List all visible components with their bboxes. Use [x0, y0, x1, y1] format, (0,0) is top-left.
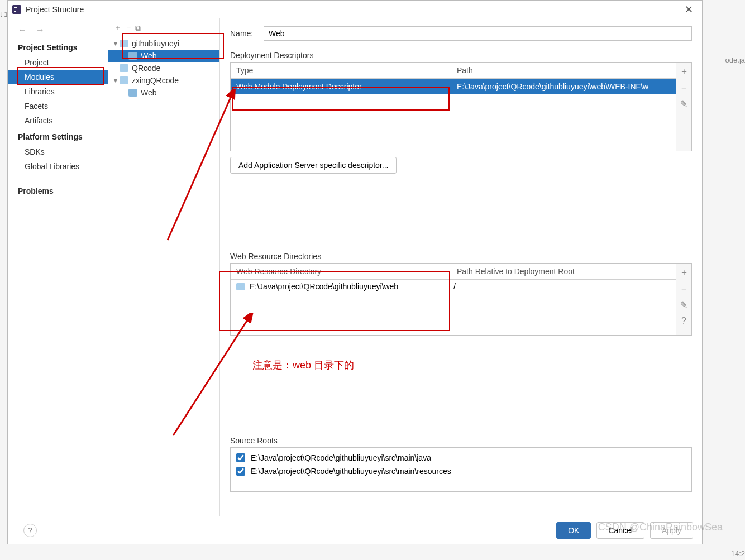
tree-label: Web — [141, 88, 157, 97]
web-icon — [128, 89, 137, 97]
titlebar: Project Structure ✕ — [8, 1, 702, 18]
chevron-down-icon: ▼ — [112, 40, 120, 47]
col-web-resource-dir: Web Resource Directory — [231, 264, 451, 279]
deployment-descriptor-row[interactable]: Web Module Deployment Descriptor E:\Java… — [231, 79, 691, 94]
tree-label: Web — [141, 51, 157, 60]
source-root-row[interactable]: E:\Java\project\QRcode\githubliuyueyi\sr… — [231, 451, 691, 465]
module-tree-panel: ＋ − ⧉ ▼ githubliuyueyi Web QRcode — [108, 18, 220, 516]
back-arrow-icon[interactable]: ← — [15, 24, 30, 36]
cell-relative: / — [453, 282, 456, 291]
close-button[interactable]: ✕ — [680, 2, 698, 17]
bg-text: 14:2 — [731, 549, 745, 558]
add-icon[interactable]: ＋ — [680, 267, 689, 279]
copy-icon[interactable]: ⧉ — [135, 23, 141, 33]
remove-icon[interactable]: − — [681, 284, 686, 294]
name-row: Name: — [230, 26, 692, 41]
source-root-path: E:\Java\project\QRcode\githubliuyueyi\sr… — [251, 467, 451, 476]
main-area: ← → Project Settings Project Modules Lib… — [8, 18, 702, 516]
sidebar-item-problems[interactable]: Problems — [8, 184, 108, 198]
web-resource-directories-table: Web Resource Directory Path Relative to … — [230, 263, 692, 336]
source-root-path: E:\Java\project\QRcode\githubliuyueyi\sr… — [251, 453, 431, 462]
tree-node-web-1[interactable]: Web — [108, 50, 219, 62]
col-type: Type — [231, 63, 451, 78]
watermark: CSDN @ChinaRainbowSea — [598, 521, 723, 533]
web-resource-row[interactable]: E:\Java\project\QRcode\githubliuyueyi\we… — [231, 280, 691, 293]
sidebar-item-libraries[interactable]: Libraries — [8, 84, 108, 99]
sidebar-item-sdks[interactable]: SDKs — [8, 145, 108, 159]
source-root-checkbox[interactable] — [236, 467, 245, 476]
platform-settings-label: Platform Settings — [8, 128, 108, 145]
cell-type: Web Module Deployment Descriptor — [231, 79, 451, 94]
tree-node-web-2[interactable]: Web — [108, 87, 219, 99]
add-icon[interactable]: ＋ — [680, 66, 689, 78]
sidebar-item-facets[interactable]: Facets — [8, 99, 108, 113]
deployment-descriptors-table: Type Path Web Module Deployment Descript… — [230, 62, 692, 151]
ok-button[interactable]: OK — [556, 522, 591, 539]
deployment-descriptors-label: Deployment Descriptors — [230, 51, 692, 60]
help-icon[interactable]: ? — [23, 524, 37, 537]
cell-path: E:\Java\project\QRcode\githubliuyueyi\we… — [451, 79, 691, 94]
table-header: Type Path — [231, 63, 691, 79]
project-structure-dialog: Project Structure ✕ ← → Project Settings… — [7, 0, 703, 544]
nav-arrows: ← → — [8, 22, 108, 39]
bg-text: ode.ja — [725, 56, 745, 64]
sidebar-item-project[interactable]: Project — [8, 55, 108, 70]
tree-label: zxingQRcode — [132, 76, 179, 85]
table-actions: ＋ − ✎ ? — [676, 264, 691, 335]
svg-rect-2 — [14, 11, 16, 12]
sidebar: ← → Project Settings Project Modules Lib… — [8, 18, 108, 516]
source-root-row[interactable]: E:\Java\project\QRcode\githubliuyueyi\sr… — [231, 465, 691, 478]
source-roots-box: E:\Java\project\QRcode\githubliuyueyi\sr… — [230, 447, 692, 492]
source-roots-label: Source Roots — [230, 436, 692, 445]
tree-node-githubliuyueyi[interactable]: ▼ githubliuyueyi — [108, 37, 219, 50]
app-icon — [12, 5, 21, 14]
svg-rect-1 — [14, 7, 17, 8]
dialog-title: Project Structure — [26, 5, 680, 14]
folder-icon — [120, 40, 128, 47]
add-app-server-descriptor-button[interactable]: Add Application Server specific descript… — [230, 157, 397, 174]
table-actions: ＋ − ✎ — [676, 63, 691, 151]
add-icon[interactable]: ＋ — [114, 23, 122, 33]
sidebar-item-modules[interactable]: Modules — [8, 70, 108, 84]
web-icon — [128, 52, 137, 60]
name-label: Name: — [230, 29, 264, 38]
tree-node-qrcode[interactable]: QRcode — [108, 62, 219, 74]
annotation-text: 注意是：web 目录下的 — [252, 358, 354, 372]
content-panel: Name: Deployment Descriptors Type Path W… — [220, 18, 702, 516]
cell-dir: E:\Java\project\QRcode\githubliuyueyi\we… — [250, 282, 453, 291]
remove-icon[interactable]: − — [681, 83, 686, 93]
tree-node-zxingqrcode[interactable]: ▼ zxingQRcode — [108, 74, 219, 87]
source-root-checkbox[interactable] — [236, 453, 245, 462]
sidebar-item-global-libraries[interactable]: Global Libraries — [8, 159, 108, 174]
edit-icon[interactable]: ✎ — [680, 300, 687, 310]
web-resource-directories-label: Web Resource Directories — [230, 252, 692, 261]
sidebar-item-artifacts[interactable]: Artifacts — [8, 113, 108, 128]
folder-icon — [236, 283, 245, 290]
folder-icon — [120, 64, 128, 72]
tree-label: githubliuyueyi — [132, 39, 179, 48]
table-header: Web Resource Directory Path Relative to … — [231, 264, 691, 280]
col-path: Path — [451, 63, 691, 78]
project-settings-label: Project Settings — [8, 39, 108, 55]
remove-icon[interactable]: − — [126, 23, 131, 32]
tree-label: QRcode — [132, 64, 160, 73]
tree-toolbar: ＋ − ⧉ — [108, 18, 219, 37]
forward-arrow-icon[interactable]: → — [32, 24, 48, 36]
module-tree: ▼ githubliuyueyi Web QRcode ▼ zxingQRcod… — [108, 37, 219, 99]
svg-rect-0 — [12, 5, 21, 14]
name-input[interactable] — [264, 26, 692, 41]
chevron-down-icon: ▼ — [112, 77, 120, 84]
help-icon[interactable]: ? — [681, 316, 686, 326]
folder-icon — [120, 76, 128, 84]
col-path-relative: Path Relative to Deployment Root — [451, 264, 691, 279]
edit-icon[interactable]: ✎ — [680, 99, 687, 109]
